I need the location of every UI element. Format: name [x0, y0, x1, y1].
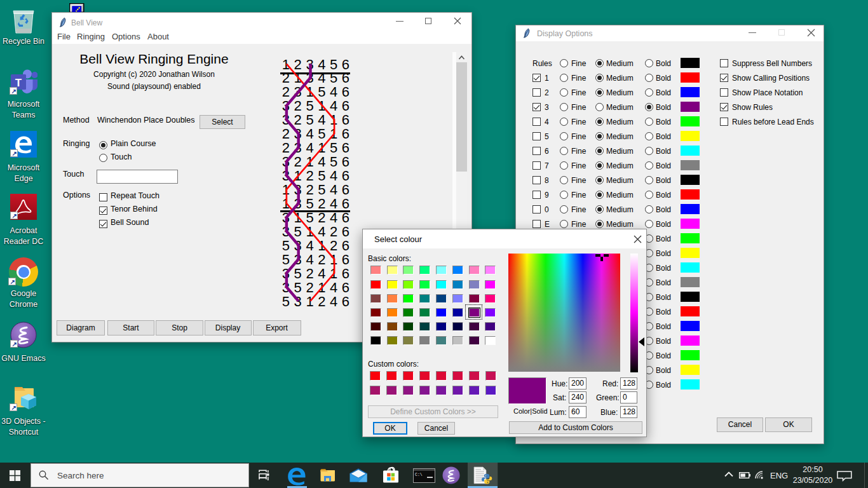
- svg-text:C:\: C:\: [415, 473, 423, 477]
